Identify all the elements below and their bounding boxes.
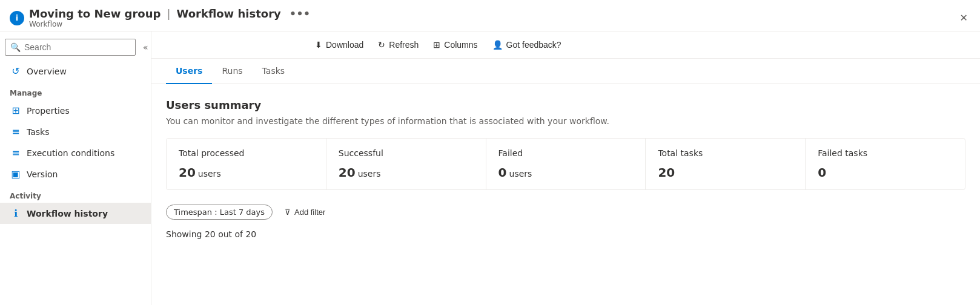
card-label: Failed tasks [818,148,953,158]
card-label: Failed [498,148,634,158]
card-total-tasks: Total tasks 20 [646,139,806,189]
card-value: 0 [818,165,953,180]
card-failed: Failed 0users [486,139,646,189]
app-icon: i [10,11,24,25]
sidebar-item-label: Tasks [27,127,50,137]
section-description: You can monitor and investigate the diff… [166,116,965,126]
tasks-icon: ≡ [10,126,22,137]
refresh-button[interactable]: ↻ Refresh [372,36,425,53]
add-filter-button[interactable]: ⊽ Add filter [277,205,333,219]
filter-icon: ⊽ [285,208,291,217]
summary-cards: Total processed 20users Successful 20use… [166,138,965,190]
overview-icon: ↺ [10,65,22,77]
sidebar-item-label: Overview [27,67,67,76]
sidebar: 🔍 « ↺ Overview Manage ⊞ Properties ≡ Tas… [0,31,151,305]
execution-conditions-icon: ≡ [10,147,22,159]
sidebar-search-input[interactable] [24,42,130,52]
download-button[interactable]: ⬇ Download [309,36,369,53]
title-separator: | [167,7,170,20]
sidebar-search-box: 🔍 [5,39,136,56]
workflow-history-icon: ℹ [10,208,22,219]
feedback-button[interactable]: 👤 Got feedback? [486,36,568,53]
showing-count-text: Showing 20 out of 20 [166,229,965,239]
sidebar-item-label: Properties [27,106,70,116]
tab-runs[interactable]: Runs [212,59,252,84]
page-title: Moving to New group | Workflow history •… [29,7,310,20]
sidebar-item-properties[interactable]: ⊞ Properties [0,100,151,121]
sidebar-item-workflow-history[interactable]: ℹ Workflow history [0,203,151,224]
main-content: ⬇ Download ↻ Refresh ⊞ Columns 👤 Got fee… [151,31,980,305]
sidebar-item-label: Workflow history [27,209,108,218]
more-options-icon[interactable]: ••• [290,7,311,20]
card-failed-tasks: Failed tasks 0 [806,139,965,189]
card-value: 20users [339,165,474,180]
sidebar-item-overview[interactable]: ↺ Overview [0,61,151,82]
sidebar-item-label: Version [27,169,58,179]
refresh-icon: ↻ [378,40,385,50]
timespan-filter-chip[interactable]: Timespan : Last 7 days [166,205,273,220]
properties-icon: ⊞ [10,105,22,116]
section-title: Users summary [166,99,965,111]
card-successful: Successful 20users [326,139,486,189]
download-icon: ⬇ [315,40,322,50]
card-total-processed: Total processed 20users [167,139,326,189]
card-value: 20users [179,165,314,180]
sidebar-item-version[interactable]: ▣ Version [0,163,151,185]
card-label: Total processed [179,148,314,158]
card-label: Total tasks [658,148,793,158]
filter-row: Timespan : Last 7 days ⊽ Add filter [166,205,965,220]
sidebar-search-icon: 🔍 [10,42,21,52]
tab-users[interactable]: Users [166,59,212,84]
collapse-sidebar-button[interactable]: « [141,40,151,54]
sidebar-item-label: Execution conditions [27,148,114,158]
version-icon: ▣ [10,168,22,180]
feedback-icon: 👤 [492,40,503,50]
columns-icon: ⊞ [433,40,440,50]
sidebar-section-activity: Activity [0,185,151,203]
columns-button[interactable]: ⊞ Columns [427,36,483,53]
sidebar-item-execution-conditions[interactable]: ≡ Execution conditions [0,142,151,163]
card-value: 0users [498,165,634,180]
close-button[interactable]: ✕ [958,10,970,26]
sidebar-item-tasks[interactable]: ≡ Tasks [0,121,151,142]
card-label: Successful [339,148,474,158]
breadcrumb: Workflow [29,20,310,28]
sidebar-section-manage: Manage [0,82,151,100]
toolbar: ⬇ Download ↻ Refresh ⊞ Columns 👤 Got fee… [151,31,980,59]
tabs-bar: Users Runs Tasks [151,59,980,84]
card-value: 20 [658,165,793,180]
tab-tasks[interactable]: Tasks [253,59,295,84]
